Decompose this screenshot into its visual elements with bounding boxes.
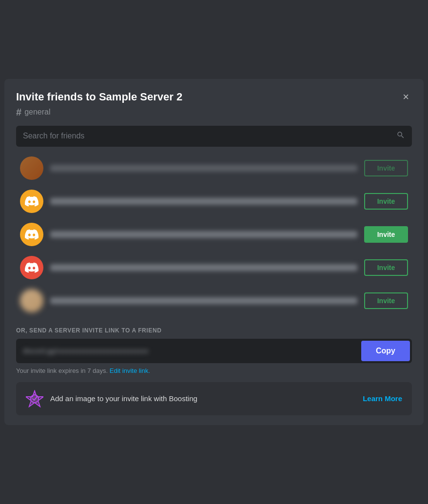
invite-link-row: discord.gg/xxxxxxxxxxxxxxxxxxxxxxxxxxx C… bbox=[16, 339, 412, 363]
friends-list: Invite Invite Invite bbox=[16, 152, 412, 317]
friend-name bbox=[50, 165, 357, 172]
avatar bbox=[20, 223, 43, 246]
avatar bbox=[20, 190, 43, 213]
hash-icon: # bbox=[16, 107, 21, 118]
invite-modal: Invite friends to Sample Server 2 × # ge… bbox=[4, 79, 424, 425]
learn-more-link[interactable]: Learn More bbox=[363, 394, 402, 403]
modal-header: Invite friends to Sample Server 2 × bbox=[16, 91, 412, 103]
boost-banner: Add an image to your invite link with Bo… bbox=[16, 382, 412, 415]
search-box bbox=[16, 126, 412, 147]
invite-button[interactable]: Invite bbox=[364, 259, 408, 276]
friend-name bbox=[50, 198, 357, 205]
list-item: Invite bbox=[16, 152, 412, 185]
invite-link-label: OR, SEND A SERVER INVITE LINK TO A FRIEN… bbox=[16, 327, 412, 334]
avatar bbox=[20, 156, 43, 180]
friend-name bbox=[50, 297, 357, 304]
invite-link-section: OR, SEND A SERVER INVITE LINK TO A FRIEN… bbox=[16, 327, 412, 374]
boost-text: Add an image to your invite link with Bo… bbox=[50, 394, 356, 403]
invite-button[interactable]: Invite bbox=[364, 193, 408, 210]
search-icon bbox=[396, 131, 405, 142]
list-item: Invite bbox=[16, 185, 412, 218]
list-item: Invite bbox=[16, 218, 412, 251]
avatar bbox=[20, 256, 43, 279]
list-item: Invite bbox=[16, 284, 412, 317]
channel-label: # general bbox=[16, 107, 412, 118]
search-input[interactable] bbox=[23, 132, 396, 140]
modal-title: Invite friends to Sample Server 2 bbox=[16, 91, 182, 103]
copy-button[interactable]: Copy bbox=[361, 341, 410, 361]
edit-invite-link[interactable]: Edit invite link. bbox=[110, 367, 150, 374]
expire-text: Your invite link expires in 7 days. Edit… bbox=[16, 367, 412, 374]
friend-name bbox=[50, 231, 357, 238]
avatar bbox=[20, 289, 43, 312]
invite-button[interactable]: Invite bbox=[364, 160, 408, 176]
boost-icon bbox=[26, 390, 43, 407]
close-button[interactable]: × bbox=[400, 91, 412, 103]
friend-name bbox=[50, 264, 357, 271]
invite-button[interactable]: Invite bbox=[364, 292, 408, 309]
channel-name: general bbox=[24, 108, 50, 116]
invite-button[interactable]: Invite bbox=[364, 226, 408, 243]
invite-link-text: discord.gg/xxxxxxxxxxxxxxxxxxxxxxxxxxx bbox=[23, 347, 361, 355]
list-item: Invite bbox=[16, 251, 412, 284]
